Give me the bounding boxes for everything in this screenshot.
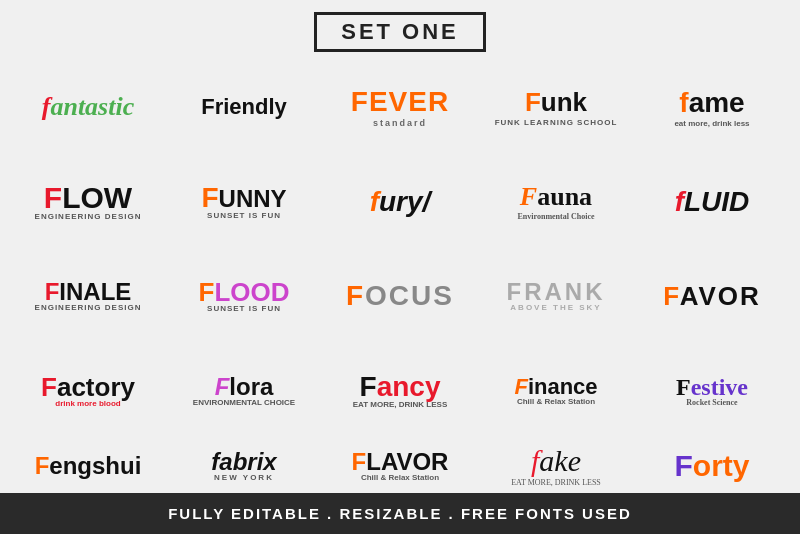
logo-focus: FOCUS bbox=[322, 249, 478, 344]
logo-funk: Funk FUNK LEARNING SCHOOL bbox=[478, 60, 634, 155]
logo-factory: Factory drink more blood bbox=[10, 344, 166, 439]
logo-flavor: FLAVOR Chill & Relax Station bbox=[322, 438, 478, 493]
logo-fauna: Fauna Environmental Choice bbox=[478, 155, 634, 250]
footer-text: FULLY EDITABLE . RESIZABLE . FREE FONTS … bbox=[168, 505, 632, 522]
logo-fame: fame eat more, drink less bbox=[634, 60, 790, 155]
footer: FULLY EDITABLE . RESIZABLE . FREE FONTS … bbox=[0, 493, 800, 534]
logo-fancy: Fancy EAT MORE, DRINK LESS bbox=[322, 344, 478, 439]
set-one-badge: SET ONE bbox=[314, 12, 486, 52]
main-container: SET ONE fantastic Friendly FEVER standar… bbox=[0, 0, 800, 534]
logo-fabrix: fabrix NEW YORK bbox=[166, 438, 322, 493]
logo-fury: fury/ bbox=[322, 155, 478, 250]
logo-grid: fantastic Friendly FEVER standard Funk F… bbox=[0, 60, 800, 493]
logo-flood: FLOOD SUNSET IS FUN bbox=[166, 249, 322, 344]
logo-fengshui: Fengshui bbox=[10, 438, 166, 493]
logo-fantastic: fantastic bbox=[10, 60, 166, 155]
logo-friendly: Friendly bbox=[166, 60, 322, 155]
logo-flora: Flora ENVIRONMENTAL CHOICE bbox=[166, 344, 322, 439]
logo-flow: FLOW ENGINEERING DESIGN bbox=[10, 155, 166, 250]
logo-frank: FRANK ABOVE THE SKY bbox=[478, 249, 634, 344]
logo-funny: FUNNY SUNSET IS FUN bbox=[166, 155, 322, 250]
logo-festive: Festive Rocket Science bbox=[634, 344, 790, 439]
logo-favor: FAVOR bbox=[634, 249, 790, 344]
logo-finale: FINALE ENGINEERING DESIGN bbox=[10, 249, 166, 344]
logo-finance: Finance Chill & Relax Station bbox=[478, 344, 634, 439]
logo-fake: fake EAT MORE, DRINK LESS bbox=[478, 438, 634, 493]
header: SET ONE bbox=[0, 0, 800, 60]
logo-fever: FEVER standard bbox=[322, 60, 478, 155]
logo-fluid: fLUID bbox=[634, 155, 790, 250]
logo-forty: Forty bbox=[634, 438, 790, 493]
